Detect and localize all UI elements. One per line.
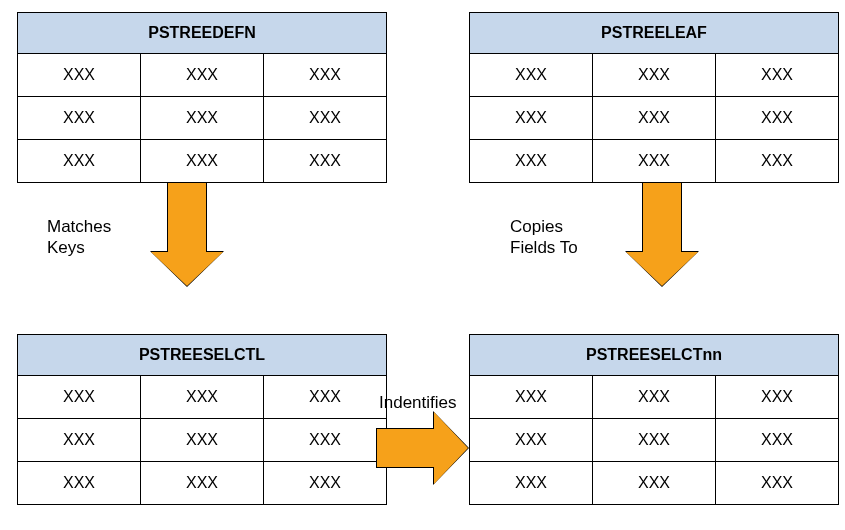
cell: XXX [18, 419, 141, 462]
arrow-label: Copies Fields To [510, 216, 578, 259]
arrow-down-icon [622, 182, 702, 292]
cell: XXX [470, 140, 593, 183]
cell: XXX [264, 54, 387, 97]
table-row: XXX XXX XXX [18, 140, 387, 183]
cell: XXX [593, 54, 716, 97]
cell: XXX [716, 97, 839, 140]
cell: XXX [593, 419, 716, 462]
cell: XXX [716, 140, 839, 183]
cell: XXX [18, 462, 141, 505]
arrow-label: Matches Keys [47, 216, 111, 259]
table-row: XXX XXX XXX [18, 419, 387, 462]
cell: XXX [264, 462, 387, 505]
cell: XXX [141, 97, 264, 140]
table-row: XXX XXX XXX [470, 462, 839, 505]
diagram-stage: PSTREEDEFN XXX XXX XXX XXX XXX XXX XXX X… [0, 0, 845, 530]
table-row: XXX XXX XXX [18, 54, 387, 97]
cell: XXX [470, 462, 593, 505]
cell: XXX [593, 376, 716, 419]
cell: XXX [264, 419, 387, 462]
table-row: XXX XXX XXX [470, 376, 839, 419]
cell: XXX [141, 54, 264, 97]
cell: XXX [18, 54, 141, 97]
table-title: PSTREESELCTnn [470, 335, 839, 376]
cell: XXX [264, 97, 387, 140]
cell: XXX [716, 54, 839, 97]
cell: XXX [141, 140, 264, 183]
table-row: XXX XXX XXX [470, 97, 839, 140]
arrow-label: Indentifies [379, 392, 457, 413]
table-pstreeselctnn: PSTREESELCTnn XXX XXX XXX XXX XXX XXX XX… [469, 334, 839, 505]
cell: XXX [716, 462, 839, 505]
table-pstreedefn: PSTREEDEFN XXX XXX XXX XXX XXX XXX XXX X… [17, 12, 387, 183]
cell: XXX [593, 140, 716, 183]
cell: XXX [264, 140, 387, 183]
cell: XXX [141, 462, 264, 505]
table-title: PSTREESELCTL [18, 335, 387, 376]
cell: XXX [593, 462, 716, 505]
table-title: PSTREELEAF [470, 13, 839, 54]
cell: XXX [264, 376, 387, 419]
table-title: PSTREEDEFN [18, 13, 387, 54]
cell: XXX [141, 419, 264, 462]
table-row: XXX XXX XXX [18, 376, 387, 419]
table-row: XXX XXX XXX [470, 419, 839, 462]
arrow-down-icon [147, 182, 227, 292]
cell: XXX [470, 376, 593, 419]
cell: XXX [470, 97, 593, 140]
cell: XXX [470, 54, 593, 97]
cell: XXX [141, 376, 264, 419]
cell: XXX [716, 376, 839, 419]
cell: XXX [716, 419, 839, 462]
cell: XXX [470, 419, 593, 462]
table-row: XXX XXX XXX [470, 54, 839, 97]
table-row: XXX XXX XXX [18, 462, 387, 505]
cell: XXX [18, 140, 141, 183]
cell: XXX [18, 376, 141, 419]
table-pstreeselctl: PSTREESELCTL XXX XXX XXX XXX XXX XXX XXX… [17, 334, 387, 505]
table-pstreeleaf: PSTREELEAF XXX XXX XXX XXX XXX XXX XXX X… [469, 12, 839, 183]
arrow-right-icon [376, 408, 471, 488]
cell: XXX [18, 97, 141, 140]
table-row: XXX XXX XXX [18, 97, 387, 140]
table-row: XXX XXX XXX [470, 140, 839, 183]
cell: XXX [593, 97, 716, 140]
